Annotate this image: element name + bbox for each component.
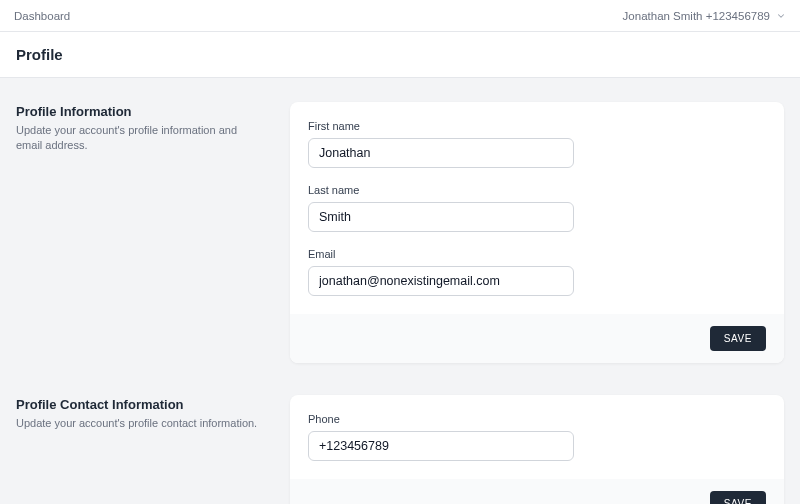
last-name-input[interactable] [308,202,574,232]
profile-info-section: Profile Information Update your account'… [16,102,784,363]
first-name-label: First name [308,120,766,132]
email-input[interactable] [308,266,574,296]
section-title: Profile Information [16,104,266,119]
user-dropdown[interactable]: Jonathan Smith +123456789 [623,10,786,22]
page-title: Profile [16,46,784,63]
section-description: Update your account's profile contact in… [16,416,266,431]
contact-info-section: Profile Contact Information Update your … [16,395,784,504]
phone-input[interactable] [308,431,574,461]
contact-info-card: Phone SAVE [290,395,784,504]
section-meta: Profile Information Update your account'… [16,102,266,363]
last-name-label: Last name [308,184,766,196]
titlebar: Profile [0,32,800,78]
dashboard-link[interactable]: Dashboard [14,10,70,22]
first-name-input[interactable] [308,138,574,168]
user-display-name: Jonathan Smith +123456789 [623,10,770,22]
phone-label: Phone [308,413,766,425]
email-label: Email [308,248,766,260]
section-meta: Profile Contact Information Update your … [16,395,266,504]
chevron-down-icon [776,11,786,21]
section-description: Update your account's profile informatio… [16,123,266,154]
topbar: Dashboard Jonathan Smith +123456789 [0,0,800,32]
profile-info-card: First name Last name Email SAVE [290,102,784,363]
save-contact-button[interactable]: SAVE [710,491,766,504]
section-title: Profile Contact Information [16,397,266,412]
save-profile-button[interactable]: SAVE [710,326,766,351]
